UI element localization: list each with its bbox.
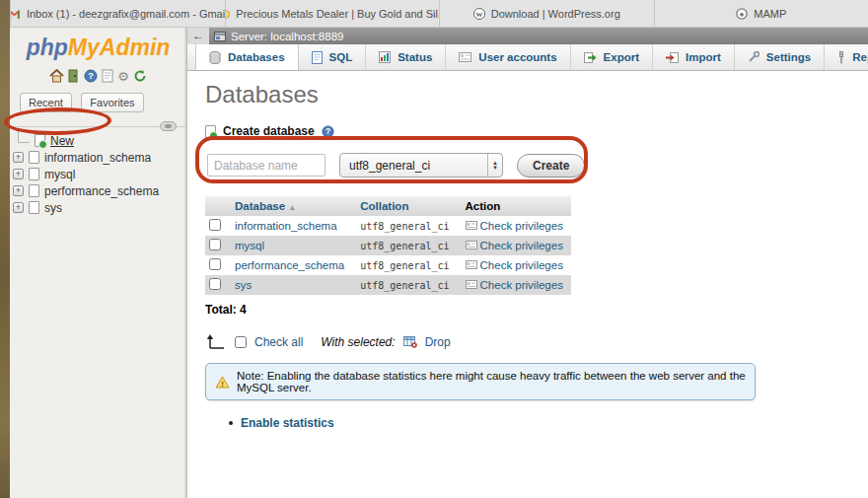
tab-user-accounts[interactable]: User accounts: [446, 44, 570, 70]
tree-item-sys[interactable]: + sys: [10, 199, 186, 216]
database-icon: [29, 184, 39, 197]
drop-link[interactable]: Drop: [425, 335, 451, 349]
check-privileges-link[interactable]: Check privileges: [480, 259, 563, 271]
expand-plus-icon[interactable]: +: [13, 185, 24, 196]
quick-access-buttons: Recent Favorites: [20, 93, 186, 112]
export-icon: [584, 52, 597, 63]
tree-item-label: information_schema: [44, 151, 151, 165]
logout-icon[interactable]: [68, 69, 80, 83]
sort-asc-icon: ▲: [288, 203, 296, 212]
phpmyadmin-tab-bar: Databases SQL Status User accounts Expor…: [187, 44, 868, 71]
bullet-dot: [229, 421, 233, 425]
tree-item-label: performance_schema: [44, 184, 159, 198]
database-link[interactable]: performance_schema: [235, 259, 344, 271]
browser-tab-gmail[interactable]: Inbox (1) - deezgrafix@gmail.com - Gmail: [10, 0, 225, 27]
sql-icon: [312, 51, 323, 64]
table-row: sys utf8_general_ci Check privileges: [205, 275, 571, 295]
tab-label: Databases: [228, 51, 285, 63]
coins-icon: [225, 8, 231, 19]
home-icon[interactable]: [49, 69, 64, 83]
check-all-checkbox[interactable]: [235, 336, 247, 348]
statistics-note: ! Note: Enabling the database statistics…: [205, 363, 756, 400]
check-privileges-link[interactable]: Check privileges: [480, 240, 563, 251]
tab-label: Replication: [852, 51, 868, 63]
new-database-icon: [35, 134, 45, 147]
privileges-icon: [466, 240, 477, 251]
browser-tab-precious-metals[interactable]: Precious Metals Dealer | Buy Gold and Si…: [225, 0, 440, 27]
tree-item-information-schema[interactable]: + information_schema: [10, 149, 186, 166]
documentation-icon[interactable]: [102, 69, 113, 83]
tree-connector: [18, 131, 30, 143]
browser-tab-mamp[interactable]: MAMP: [654, 0, 868, 27]
svg-text:!: !: [221, 379, 224, 388]
user-accounts-icon: [459, 52, 471, 62]
mamp-icon: [736, 8, 748, 20]
tab-status[interactable]: Status: [366, 44, 446, 70]
drop-icon: [403, 336, 417, 348]
refresh-icon[interactable]: [133, 69, 147, 83]
tree-item-label: New: [50, 134, 74, 148]
check-all-link[interactable]: Check all: [254, 335, 303, 349]
browser-tab-label: Download | WordPress.org: [491, 8, 620, 20]
svg-text:?: ?: [326, 126, 330, 136]
create-button[interactable]: Create: [517, 154, 585, 178]
wrench-icon: [748, 51, 760, 63]
row-checkbox[interactable]: [209, 258, 221, 270]
tab-import[interactable]: Import: [653, 44, 735, 70]
row-checkbox[interactable]: [209, 278, 221, 290]
enable-statistics-link[interactable]: Enable statistics: [241, 416, 334, 430]
collation-value: utf8_general_ci: [352, 236, 457, 255]
collation-value: utf8_general_ci: [352, 216, 457, 236]
table-row: performance_schema utf8_general_ci Check…: [205, 255, 571, 275]
tab-settings[interactable]: Settings: [735, 44, 825, 70]
phpmyadmin-logo[interactable]: phpMyAdmin: [10, 35, 186, 61]
database-name-input[interactable]: [207, 154, 326, 177]
help-icon[interactable]: ?: [84, 69, 98, 83]
browser-tab-wordpress[interactable]: W Download | WordPress.org: [439, 0, 654, 27]
database-link[interactable]: mysql: [235, 240, 264, 251]
panel-collapse-handle[interactable]: [160, 121, 177, 131]
databases-page: Databases Create database ? utf8_general…: [187, 71, 868, 498]
expand-plus-icon[interactable]: +: [13, 202, 24, 213]
expand-plus-icon[interactable]: +: [13, 152, 24, 163]
privileges-icon: [466, 279, 477, 291]
tab-label: Export: [604, 51, 639, 63]
browser-tab-strip: Inbox (1) - deezgrafix@gmail.com - Gmail…: [10, 0, 868, 28]
with-selected-label: With selected:: [321, 335, 395, 349]
browser-tab-label: Precious Metals Dealer | Buy Gold and Si…: [236, 8, 439, 20]
back-arrow-button[interactable]: ←: [187, 28, 209, 44]
import-icon: [666, 52, 679, 63]
server-label[interactable]: Server: localhost:8889: [231, 31, 343, 42]
tab-replication[interactable]: Replication: [825, 44, 868, 70]
tree-item-new-database[interactable]: New: [10, 132, 186, 149]
tree-item-performance-schema[interactable]: + performance_schema: [10, 182, 186, 199]
desktop-edge-strip: [0, 0, 10, 498]
tab-label: User accounts: [478, 51, 556, 63]
database-link[interactable]: sys: [235, 279, 252, 291]
gmail-icon: [10, 9, 21, 19]
tab-export[interactable]: Export: [571, 44, 653, 70]
favorites-button[interactable]: Favorites: [81, 93, 143, 112]
check-privileges-link[interactable]: Check privileges: [480, 279, 563, 291]
database-tree: New + information_schema + mysql + perfo…: [10, 132, 186, 216]
expand-plus-icon[interactable]: +: [13, 169, 24, 179]
warning-icon: !: [215, 376, 230, 389]
settings-gear-icon[interactable]: ⚙: [117, 70, 129, 83]
column-header-action: Action: [458, 196, 571, 216]
row-checkbox[interactable]: [209, 219, 221, 231]
total-count: Total: 4: [205, 303, 868, 317]
create-database-label: Create database: [223, 124, 315, 138]
tree-item-mysql[interactable]: + mysql: [10, 166, 186, 182]
database-link[interactable]: information_schema: [235, 220, 337, 232]
tab-label: Settings: [766, 51, 811, 63]
row-checkbox[interactable]: [209, 239, 221, 250]
help-badge-icon[interactable]: ?: [322, 125, 334, 138]
check-privileges-link[interactable]: Check privileges: [480, 220, 563, 232]
collation-select[interactable]: utf8_general_ci ▲▼: [339, 153, 503, 178]
tab-databases[interactable]: Databases: [195, 44, 299, 70]
column-header-database[interactable]: Database ▲: [227, 196, 352, 216]
column-header-collation[interactable]: Collation: [352, 196, 457, 216]
wordpress-icon: W: [473, 8, 485, 20]
tab-sql[interactable]: SQL: [299, 44, 367, 70]
recent-button[interactable]: Recent: [20, 93, 72, 112]
